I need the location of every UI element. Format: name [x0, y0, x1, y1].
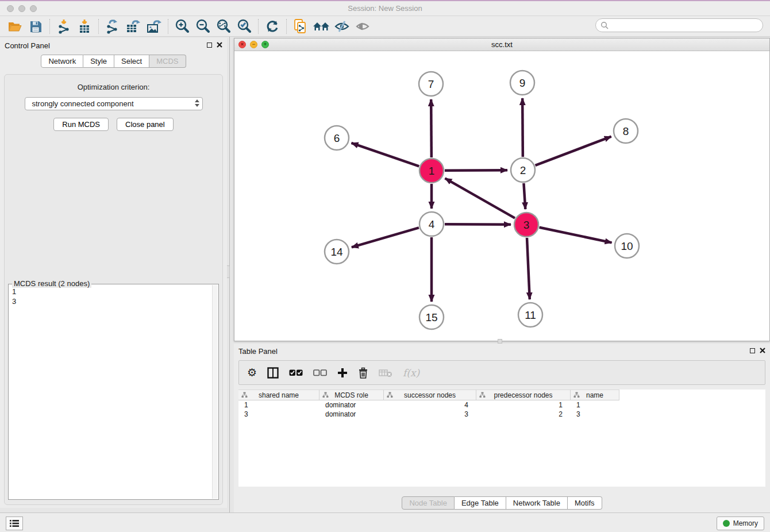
search-icon — [600, 21, 609, 30]
result-scrollbar[interactable] — [212, 285, 218, 499]
graph-node-9[interactable]: 9 — [510, 71, 534, 95]
column-header-predecessor-nodes[interactable]: predecessor nodes — [476, 390, 571, 400]
open-session-button[interactable] — [5, 18, 25, 35]
table-body: 1dominator4113dominator323 — [238, 400, 765, 419]
network-graph[interactable]: 7968124314101511 — [234, 51, 769, 341]
show-log-button[interactable] — [6, 516, 23, 530]
graph-node-7[interactable]: 7 — [419, 72, 443, 96]
graph-node-2[interactable]: 2 — [511, 158, 535, 182]
select-all-button[interactable] — [289, 369, 303, 376]
delete-column-icon — [379, 368, 392, 377]
tab-edge-table[interactable]: Edge Table — [455, 496, 506, 510]
tab-select[interactable]: Select — [114, 55, 149, 68]
save-session-button[interactable] — [25, 18, 46, 35]
edge-1-2[interactable] — [445, 170, 507, 171]
network-close-button[interactable]: × — [238, 41, 246, 48]
refresh-icon — [265, 20, 279, 33]
toolbar-separator — [286, 19, 287, 34]
column-header-shared-name[interactable]: shared name — [238, 390, 319, 400]
graph-node-6[interactable]: 6 — [325, 126, 349, 150]
graph-node-8[interactable]: 8 — [614, 119, 638, 143]
hide-graphics-button[interactable] — [332, 18, 352, 35]
criterion-dropdown[interactable]: strongly connected component — [25, 97, 203, 110]
deselect-all-button[interactable] — [313, 369, 327, 376]
edge-4-3[interactable] — [445, 224, 511, 225]
tab-motifs[interactable]: Motifs — [568, 496, 602, 510]
tab-node-table[interactable]: Node Table — [402, 496, 455, 510]
column-type-icon — [241, 392, 248, 398]
float-panel-icon[interactable] — [207, 43, 212, 48]
edge-1-7[interactable] — [431, 99, 432, 157]
edge-2-3[interactable] — [523, 183, 525, 209]
function-builder-button[interactable]: f(x) — [403, 367, 419, 379]
close-panel-button[interactable]: Close panel — [117, 118, 174, 131]
run-mcds-button[interactable]: Run MCDS — [53, 118, 109, 131]
two-houses-icon — [312, 20, 330, 33]
export-network-button[interactable] — [102, 18, 123, 35]
column-header-name[interactable]: name — [571, 390, 619, 400]
home-views-button[interactable] — [311, 18, 332, 35]
network-minimize-button[interactable]: − — [250, 41, 257, 48]
table-row[interactable]: 1dominator411 — [238, 400, 765, 410]
column-header-MCDS-role[interactable]: MCDS role — [319, 390, 384, 400]
edge-2-9[interactable] — [522, 98, 523, 157]
zoom-selected-button[interactable] — [234, 18, 255, 35]
graph-node-10[interactable]: 10 — [615, 234, 639, 258]
clone-network-button[interactable] — [290, 18, 311, 35]
svg-text:7: 7 — [428, 78, 434, 90]
graph-node-11[interactable]: 11 — [518, 303, 542, 327]
memory-button[interactable]: Memory — [717, 516, 764, 530]
table-row[interactable]: 3dominator323 — [238, 410, 765, 419]
open-folder-icon — [7, 20, 22, 33]
close-panel-icon[interactable] — [217, 42, 222, 48]
network-window-title: scc.txt — [234, 38, 769, 51]
edge-3-10[interactable] — [540, 228, 612, 243]
tab-style[interactable]: Style — [83, 55, 114, 68]
delete-row-button[interactable] — [358, 367, 368, 379]
edge-4-14[interactable] — [352, 228, 419, 247]
tab-network[interactable]: Network — [41, 55, 83, 68]
graph-node-4[interactable]: 4 — [419, 212, 444, 236]
close-table-panel-icon[interactable] — [760, 348, 765, 353]
memory-label: Memory — [733, 519, 758, 527]
zoom-out-button[interactable] — [192, 18, 213, 35]
delete-column-button[interactable] — [379, 368, 392, 377]
close-window-button[interactable] — [7, 5, 14, 12]
zoom-out-icon — [195, 19, 210, 34]
search-input[interactable] — [609, 21, 758, 29]
network-maximize-button[interactable]: + — [261, 41, 269, 48]
zoom-in-button[interactable] — [172, 18, 192, 35]
minimize-window-button[interactable] — [18, 5, 25, 12]
toolbar-separator — [98, 19, 99, 34]
main-area: Control Panel Network Style Select MCDS … — [0, 37, 770, 512]
network-resize-handle[interactable] — [498, 339, 502, 344]
edge-3-1[interactable] — [445, 178, 515, 218]
import-network-button[interactable] — [53, 18, 74, 35]
graph-node-3[interactable]: 3 — [514, 213, 538, 237]
graph-node-1[interactable]: 1 — [419, 159, 444, 183]
edge-3-11[interactable] — [527, 238, 530, 299]
edge-2-8[interactable] — [536, 137, 611, 165]
show-columns-button[interactable] — [267, 367, 279, 379]
table-settings-button[interactable]: ⚙ — [247, 366, 257, 379]
network-window-titlebar[interactable]: × − + scc.txt — [234, 38, 769, 51]
graph-node-14[interactable]: 14 — [325, 240, 349, 264]
column-type-icon — [322, 392, 329, 398]
tab-mcds[interactable]: MCDS — [149, 55, 186, 68]
float-table-panel-icon[interactable] — [750, 348, 755, 353]
graph-node-15[interactable]: 15 — [419, 305, 444, 329]
node-table[interactable]: shared nameMCDS rolesuccessor nodesprede… — [238, 390, 765, 487]
export-image-button[interactable] — [144, 18, 164, 35]
column-header-successor-nodes[interactable]: successor nodes — [384, 390, 476, 400]
search-field[interactable] — [595, 18, 763, 32]
edge-1-6[interactable] — [352, 143, 419, 167]
import-table-button[interactable] — [74, 18, 95, 35]
refresh-button[interactable] — [262, 18, 283, 35]
add-column-button[interactable] — [337, 368, 348, 378]
zoom-fit-button[interactable] — [213, 18, 234, 35]
tab-network-table[interactable]: Network Table — [506, 496, 568, 510]
network-canvas[interactable]: 7968124314101511 — [234, 51, 769, 341]
show-graphics-button[interactable] — [352, 18, 373, 35]
export-table-button[interactable] — [123, 18, 144, 35]
maximize-window-button[interactable] — [30, 5, 37, 12]
